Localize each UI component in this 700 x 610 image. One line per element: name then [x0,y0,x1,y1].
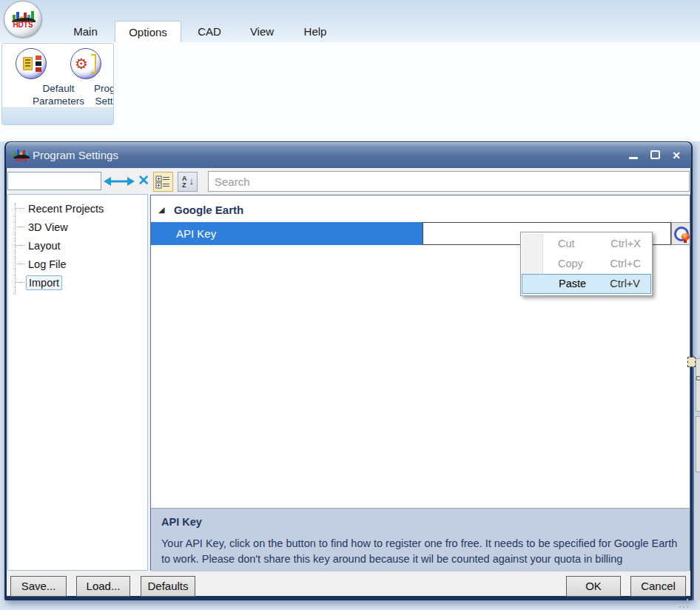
tree-filter-input[interactable] [7,172,101,190]
default-parameters-icon [16,48,47,79]
side-chip-fragment [687,357,696,367]
minimize-button[interactable] [625,147,642,164]
description-panel: API Key Your API Key, click on the butto… [151,508,690,572]
description-title: API Key [161,516,679,528]
tree-item-import[interactable]: Import [8,273,147,292]
clear-filter-icon[interactable]: ✕ [135,171,152,190]
tree-item-recent-projects[interactable]: Recent Projects [8,199,147,218]
menu-item-copy[interactable]: Copy Ctrl+C [522,254,651,274]
program-settings-dialog: HDTS Program Settings ✕ ✕ Recent Project… [4,141,693,600]
search-input[interactable] [208,171,690,192]
side-tab-fragment [696,416,700,472]
alphabetical-sort-button[interactable]: A Z ↓ [178,172,198,192]
tab-help[interactable]: Help [298,21,332,42]
ribbon-group-footer [2,107,113,124]
categorized-view-button[interactable] [153,172,173,192]
tab-cad[interactable]: CAD [191,21,228,42]
side-tab-fragment [696,358,700,412]
sort-arrow-icon: ↓ [189,175,195,187]
tree-item-log-file[interactable]: Log File [8,255,147,273]
program-settings-label: Program Settings [86,82,114,107]
settings-tree: Recent Projects 3D View Layout Log File … [7,194,148,571]
property-name-cell[interactable]: API Key [151,222,423,245]
resize-grip[interactable] [676,597,690,609]
bracket-icon [91,54,96,73]
minimize-icon [629,157,638,159]
lightbulb-icon [674,227,689,241]
api-key-help-button[interactable] [671,222,690,245]
tree-item-3d-view[interactable]: 3D View [8,218,147,236]
background-window-edge: C [693,355,700,600]
dialog-titlebar[interactable]: HDTS Program Settings ✕ [6,142,691,168]
maximize-icon [650,150,660,159]
program-settings-icon: ⚙ [70,48,101,79]
ok-button[interactable]: OK [566,576,621,597]
close-button[interactable]: ✕ [667,147,685,164]
expand-collapse-arrow-icon[interactable] [104,175,135,188]
menu-item-paste[interactable]: Paste Ctrl+V [522,274,651,294]
program-settings-button[interactable]: ⚙ Program Settings [58,45,113,107]
ribbon-tab-row: Main Options CAD View Help [0,21,700,42]
category-label: Google Earth [174,204,243,216]
dialog-title: Program Settings [33,142,118,168]
cancel-button[interactable]: Cancel [630,576,686,597]
menu-item-cut[interactable]: Cut Ctrl+X [522,234,651,254]
default-parameters-button[interactable]: Default Parameters [4,45,58,107]
ribbon-group-settings: Default Parameters ⚙ Program Settings [1,43,114,125]
sort-z-glyph: Z [182,182,186,189]
defaults-button[interactable]: Defaults [141,576,195,597]
categorized-view-icon [154,172,172,191]
tab-options[interactable]: Options [115,21,181,42]
load-button[interactable]: Load... [76,576,130,597]
gear-icon: ⚙ [75,55,88,73]
tab-main[interactable]: Main [65,21,106,42]
context-menu: Cut Ctrl+X Copy Ctrl+C Paste Ctrl+V [520,232,653,296]
category-expander-icon[interactable]: ◢ [158,205,164,215]
description-body: Your API Key, click on the button to fin… [161,536,679,567]
save-button[interactable]: Save... [10,576,67,597]
dialog-app-icon: HDTS [13,147,30,163]
tree-item-layout[interactable]: Layout [8,236,147,255]
category-row-google-earth[interactable]: ◢ Google Earth [151,201,690,222]
maximize-button[interactable] [647,147,664,164]
tab-view[interactable]: View [244,21,280,42]
